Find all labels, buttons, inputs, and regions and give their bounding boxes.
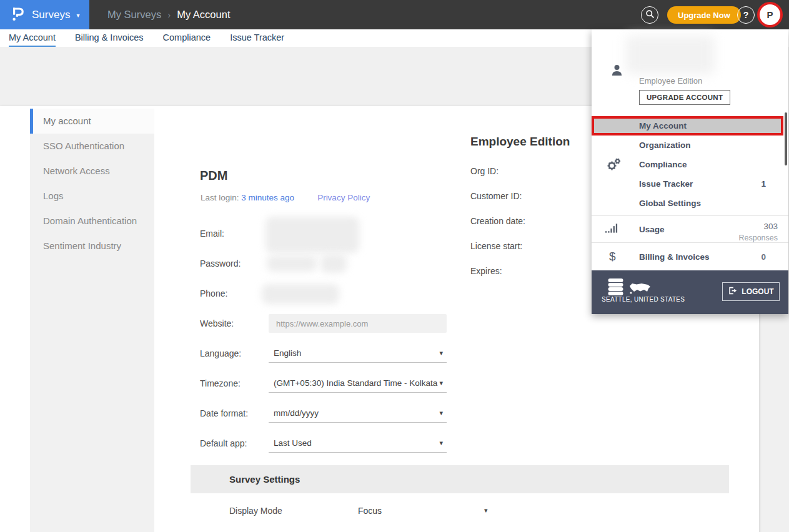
license-edition-heading: Employee Edition (470, 135, 570, 149)
logout-icon (728, 286, 737, 297)
profile-name-heading: PDM (200, 169, 227, 183)
expires-label: Expires: (470, 259, 525, 283)
top-navbar: Surveys ▾ My Surveys › My Account Upgrad… (0, 0, 789, 29)
language-row: Language: English ▾ (200, 338, 447, 368)
edition-text: Employee Edition (639, 76, 702, 86)
user-menu-list: My Account Organization (592, 116, 788, 213)
website-label: Website: (200, 318, 269, 328)
date-format-select[interactable]: mm/dd/yyyy ▾ (269, 404, 447, 423)
usage-row[interactable]: Usage 303 Responses (592, 215, 788, 242)
chevron-down-icon: ▾ (76, 11, 79, 19)
tab-compliance[interactable]: Compliance (163, 29, 211, 47)
avatar-initial: P (767, 9, 773, 20)
billing-count: 0 (761, 252, 766, 262)
menu-item-organization[interactable]: Organization (592, 135, 788, 155)
phone-label: Phone: (200, 288, 269, 298)
password-label: Password: (200, 259, 269, 268)
language-select[interactable]: English ▾ (269, 344, 447, 363)
usage-count: 303 Responses (738, 220, 778, 243)
gears-icon (606, 157, 622, 174)
timezone-label: Timezone: (200, 378, 269, 388)
product-name: Surveys (32, 9, 70, 21)
password-value-blur (267, 255, 317, 272)
default-app-value: Last Used (274, 438, 312, 448)
chevron-down-icon: ▾ (439, 409, 443, 417)
customer-id-label: Customer ID: (470, 184, 525, 209)
product-switcher[interactable]: Surveys ▾ (0, 0, 89, 29)
panel-scrollbar[interactable] (785, 112, 787, 165)
language-label: Language: (200, 348, 269, 358)
language-value: English (274, 348, 301, 358)
chevron-down-icon: ▾ (439, 349, 443, 357)
display-mode-label: Display Mode (229, 506, 282, 516)
dollar-icon: $ (609, 250, 616, 264)
phone-value-blur (262, 284, 339, 304)
usage-label: Usage (639, 225, 665, 234)
email-label: Email: (200, 229, 269, 239)
sidebar-item-my-account[interactable]: My account (30, 109, 154, 134)
default-app-row: Default app: Last Used ▾ (200, 428, 447, 458)
logout-button[interactable]: LOGOUT (722, 282, 780, 301)
date-format-row: Date format: mm/dd/yyyy ▾ (200, 398, 447, 428)
issue-tracker-count-badge: 1 (761, 179, 766, 189)
license-details: Org ID: Customer ID: Creation date: Lice… (470, 159, 525, 283)
menu-item-global-settings[interactable]: Global Settings (592, 194, 788, 213)
help-button[interactable]: ? (737, 6, 755, 24)
last-login-line: Last login: 3 minutes ago Privacy Policy (201, 193, 370, 202)
sidebar-item-logs[interactable]: Logs (30, 184, 154, 209)
person-icon (610, 64, 623, 79)
date-format-value: mm/dd/yyyy (274, 408, 319, 418)
chevron-down-icon: ▾ (439, 439, 443, 447)
user-menu-footer: SEATTLE, UNITED STATES LOGOUT (592, 270, 788, 314)
date-format-label: Date format: (200, 408, 269, 418)
user-avatar[interactable]: P (757, 2, 783, 27)
billing-invoices-row[interactable]: $ Billing & Invoices 0 (592, 242, 788, 270)
survey-settings-title: Survey Settings (229, 474, 300, 485)
upgrade-now-button[interactable]: Upgrade Now (667, 6, 741, 24)
chevron-down-icon: ▾ (439, 379, 443, 387)
timezone-row: Timezone: (GMT+05:30) India Standard Tim… (200, 368, 447, 398)
menu-item-issue-tracker[interactable]: Issue Tracker 1 (592, 174, 788, 194)
breadcrumb: My Surveys › My Account (107, 0, 230, 29)
database-icon (608, 278, 623, 298)
default-app-label: Default app: (200, 438, 269, 448)
chevron-down-icon[interactable]: ▾ (484, 506, 488, 515)
breadcrumb-separator-icon: › (167, 9, 171, 20)
tab-billing-invoices[interactable]: Billing & Invoices (75, 29, 144, 47)
display-mode-select[interactable]: Focus (358, 506, 382, 516)
creation-date-label: Creation date: (470, 209, 525, 234)
breadcrumb-parent[interactable]: My Surveys (107, 9, 161, 21)
license-start-label: License start: (470, 234, 525, 259)
tab-issue-tracker[interactable]: Issue Tracker (230, 29, 284, 47)
survey-settings-header: Survey Settings (191, 465, 729, 493)
sidebar-item-network-access[interactable]: Network Access (30, 159, 154, 184)
billing-label: Billing & Invoices (639, 252, 710, 262)
settings-sidebar: My account SSO Authentication Network Ac… (30, 109, 154, 532)
breadcrumb-current: My Account (177, 9, 230, 21)
sidebar-item-sentiment-industry[interactable]: Sentiment Industry (30, 234, 154, 259)
datacenter-location: SEATTLE, UNITED STATES (602, 296, 685, 303)
bar-chart-icon (605, 222, 618, 236)
timezone-select[interactable]: (GMT+05:30) India Standard Time - Kolkat… (269, 374, 447, 393)
tab-my-account[interactable]: My Account (9, 29, 56, 47)
user-menu-panel: Employee Edition UPGRADE ACCOUNT My Acco… (592, 29, 788, 314)
sidebar-item-sso-authentication[interactable]: SSO Authentication (30, 134, 154, 159)
last-login-value: 3 minutes ago (241, 193, 294, 202)
search-icon (645, 9, 655, 21)
website-input[interactable] (269, 314, 447, 333)
default-app-select[interactable]: Last Used ▾ (269, 434, 447, 453)
privacy-policy-link[interactable]: Privacy Policy (317, 193, 370, 202)
password-eye-icon (320, 254, 347, 273)
timezone-value: (GMT+05:30) India Standard Time - Kolkat… (274, 378, 437, 388)
last-login-text: Last login: 3 minutes ago (201, 193, 294, 202)
org-id-label: Org ID: (470, 159, 525, 184)
questionpro-logo-icon (11, 5, 26, 25)
upgrade-account-button[interactable]: UPGRADE ACCOUNT (639, 90, 730, 105)
website-row: Website: (200, 308, 447, 338)
menu-item-my-account[interactable]: My Account (592, 116, 783, 135)
search-button[interactable] (641, 6, 658, 24)
user-name-blur (626, 36, 715, 74)
email-value-blur (265, 217, 359, 253)
menu-item-compliance[interactable]: Compliance (592, 155, 788, 174)
sidebar-item-domain-authentication[interactable]: Domain Authentication (30, 209, 154, 234)
